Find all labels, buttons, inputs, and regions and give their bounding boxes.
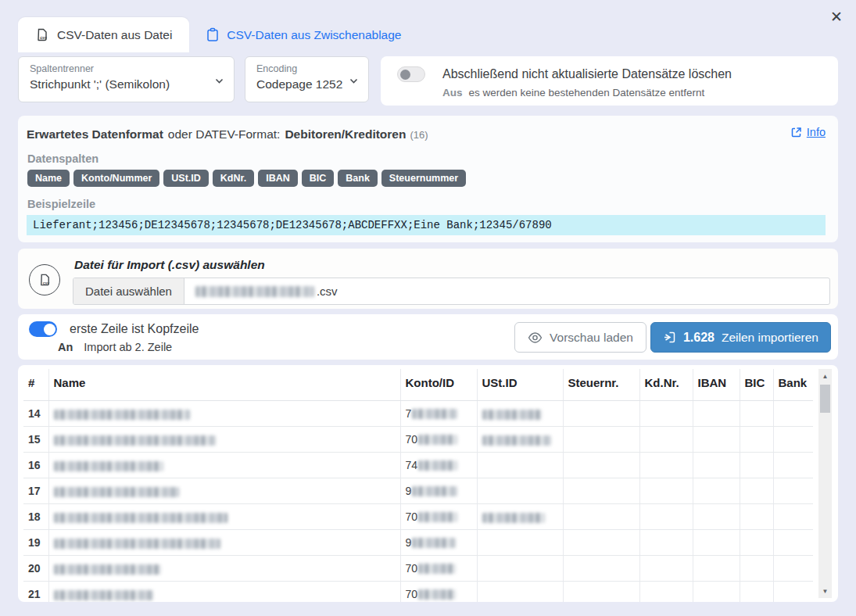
table-row[interactable]: 15 70 [23,427,813,453]
blurred-name [54,461,163,471]
first-row-header-description: Import ab 2. Zeile [84,341,172,353]
blurred-konto-id [412,486,457,496]
konto-id-prefix: 7 [406,407,412,420]
column-badge: Konto/Nummer [73,170,159,187]
blurred-konto-id [412,409,457,419]
table-scrollbar[interactable]: ▲ ▼ [818,369,832,598]
chevron-down-icon [349,76,359,86]
format-title-name: Debitoren/Kreditoren [285,127,406,141]
blurred-name [54,410,190,420]
csv-import-dialog: csv CSV-Daten aus Datei CSV-Daten aus Zw… [0,0,856,616]
blurred-konto-id [412,538,456,548]
konto-id-prefix: 70 [406,562,418,575]
info-link[interactable]: Info [790,126,826,138]
col-header-ustid: USt.ID [477,369,563,401]
encoding-select[interactable]: Encoding Codepage 1252 [245,56,369,102]
blurred-ustid [482,435,551,446]
svg-text:csv: csv [40,35,47,40]
csv-file-icon: csv [35,27,49,42]
first-row-header-label: erste Zeile ist Kopfzeile [70,322,199,336]
delete-records-status: Auses werden keine bestehenden Datensätz… [442,87,704,98]
load-preview-button[interactable]: Vorschau laden [514,322,646,353]
column-badge: Name [27,170,70,187]
eye-icon [528,332,543,343]
column-badge: Bank [338,170,378,187]
filename-suffix: .csv [317,285,338,298]
first-row-header-state: An [58,341,73,353]
choose-file-button[interactable]: Datei auswählen [73,278,184,304]
first-row-header-toggle[interactable] [29,321,57,337]
table-row[interactable]: 20 70 [23,556,813,582]
column-badge: Steuernummer [381,170,466,187]
blurred-konto-id [418,564,456,574]
blurred-filename [195,286,314,297]
preview-table-card: # Name Konto/ID USt.ID Steuernr. Kd.Nr. … [18,365,838,602]
col-header-konto: Konto/ID [400,369,477,401]
konto-id-prefix: 70 [406,588,418,600]
blurred-ustid [482,513,545,523]
blurred-ustid [482,410,542,420]
column-badge: KdNr. [213,170,254,187]
tab-csv-from-file[interactable]: csv CSV-Daten aus Datei [18,17,189,52]
table-row[interactable]: 16 74 [23,453,813,478]
scrollbar-thumb[interactable] [820,385,830,413]
external-link-icon [790,127,802,138]
delete-records-toggle[interactable] [397,66,425,82]
col-header-kdnr: Kd.Nr. [639,369,693,401]
info-link-label: Info [807,126,826,138]
table-row[interactable]: 17 9 [23,478,813,504]
tab-csv-from-clipboard[interactable]: CSV-Daten aus Zwischenablage [189,17,418,52]
file-picker-title: Datei für Import (.csv) auswählen [74,258,830,272]
clipboard-icon [206,27,219,42]
scroll-up-arrow-icon[interactable]: ▲ [818,371,832,381]
format-title-count: (16) [410,129,428,141]
import-icon [663,331,676,344]
tab-bar: csv CSV-Daten aus Datei CSV-Daten aus Zw… [18,17,838,52]
blurred-name [54,487,179,497]
delete-records-state: Aus [442,87,463,98]
col-header-iban: IBAN [693,369,740,401]
table-row[interactable]: 19 9 [23,530,813,556]
separator-select-value: Strichpunkt ';' (Semikolon) [30,77,170,91]
preview-table: # Name Konto/ID USt.ID Steuernr. Kd.Nr. … [23,369,813,602]
table-row[interactable]: 18 70 [23,504,813,530]
column-badge: USt.ID [163,170,209,187]
sample-row-label: Beispielzeile [27,198,826,210]
format-title: Erwartetes Datenformat oder DATEV-Format… [27,126,826,141]
konto-id-prefix: 9 [406,536,412,549]
svg-text:csv: csv [42,281,49,285]
separator-select-label: Spaltentrenner [30,63,94,74]
format-title-mid: oder DATEV-Format: [168,127,281,141]
blurred-name [54,435,216,446]
column-badge: IBAN [258,170,298,187]
import-row-count: 1.628 [683,331,715,345]
delete-records-label: Abschließend nicht aktualisierte Datensä… [442,67,732,81]
table-row[interactable]: 14 7 [23,401,813,427]
col-header-bank: Bank [773,369,813,401]
file-picker-card: csv Datei für Import (.csv) auswählen Da… [18,249,838,309]
column-badge: BIC [302,170,335,187]
blurred-konto-id [418,512,457,522]
konto-id-prefix: 70 [406,510,418,523]
selected-filename: .csv [184,278,349,304]
col-header-index: # [23,369,48,401]
encoding-select-label: Encoding [256,63,297,74]
format-info-card: Erwartetes Datenformat oder DATEV-Format… [18,116,838,242]
scroll-down-arrow-icon[interactable]: ▼ [818,586,832,596]
blurred-name [54,513,227,523]
konto-id-prefix: 70 [406,433,418,446]
file-input[interactable]: Datei auswählen .csv [73,278,830,305]
import-rows-label: Zeilen importieren [722,331,818,345]
import-rows-button[interactable]: 1.628 Zeilen importieren [650,322,831,353]
options-row: Spaltentrenner Strichpunkt ';' (Semikolo… [18,56,838,104]
blurred-name [54,590,153,600]
first-row-header-status: AnImport ab 2. Zeile [58,341,172,353]
blurred-konto-id [418,435,457,445]
col-header-steuernr: Steuernr. [563,369,639,401]
separator-select[interactable]: Spaltentrenner Strichpunkt ';' (Semikolo… [18,56,235,102]
blurred-name [54,564,161,575]
close-icon[interactable]: ✕ [825,5,848,28]
table-row[interactable]: 21 70 [23,582,813,603]
table-body: 14 7 15 70 16 74 17 9 18 70 19 9 20 [23,401,813,603]
sample-row-value: Lieferant;123456;DE12345678;12345678;DE1… [27,215,826,235]
